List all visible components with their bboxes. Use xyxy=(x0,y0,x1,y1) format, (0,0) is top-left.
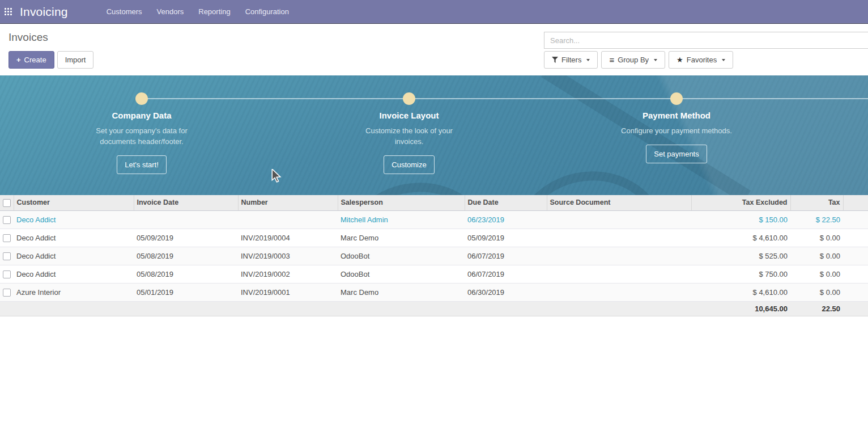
select-all-checkbox[interactable] xyxy=(3,199,11,207)
top-navbar: Invoicing Customers Vendors Reporting Co… xyxy=(0,0,868,24)
row-checkbox[interactable] xyxy=(3,216,11,224)
row-checkbox-cell xyxy=(0,210,14,229)
cell-invoice-date[interactable]: 05/08/2019 xyxy=(134,247,238,265)
cell-number[interactable]: INV/2019/0002 xyxy=(238,265,338,283)
page-title: Invoices xyxy=(8,31,48,44)
row-checkbox[interactable] xyxy=(3,270,11,278)
column-header-tax[interactable]: Tax xyxy=(790,195,843,210)
cell-tax[interactable]: $ 0.00 xyxy=(790,283,843,301)
control-panel: Invoices + Create Import Filters ≡ xyxy=(0,24,868,75)
column-header-invoice-date[interactable]: Invoice Date xyxy=(134,195,238,210)
cell-due-date[interactable]: 06/30/2019 xyxy=(465,283,547,301)
total-tax: 22.50 xyxy=(790,301,843,316)
cell-salesperson[interactable]: Marc Demo xyxy=(338,283,465,301)
column-header-due-date[interactable]: Due Date xyxy=(465,195,547,210)
row-checkbox[interactable] xyxy=(3,289,11,297)
cell-customer[interactable]: Deco Addict xyxy=(14,247,134,265)
app-brand-invoicing[interactable]: Invoicing xyxy=(20,5,68,19)
nav-item-reporting[interactable]: Reporting xyxy=(191,0,237,24)
cell-invoice-date[interactable] xyxy=(134,210,238,229)
nav-item-customers[interactable]: Customers xyxy=(99,0,150,24)
column-header-customer[interactable]: Customer xyxy=(14,195,134,210)
cell-number[interactable]: INV/2019/0003 xyxy=(238,247,338,265)
cell-customer[interactable]: Deco Addict xyxy=(14,210,134,229)
totals-empty xyxy=(338,301,465,316)
cell-customer[interactable]: Deco Addict xyxy=(14,265,134,283)
cell-customer[interactable]: Azure Interior xyxy=(14,283,134,301)
cell-invoice-date[interactable]: 05/01/2019 xyxy=(134,283,238,301)
step-description: Set your company's data for documents he… xyxy=(84,125,200,147)
filters-dropdown[interactable]: Filters xyxy=(544,51,598,69)
cell-filler xyxy=(843,283,868,301)
cell-salesperson[interactable]: OdooBot xyxy=(338,247,465,265)
favorites-label: Favorites xyxy=(687,56,717,64)
cell-due-date[interactable]: 06/07/2019 xyxy=(465,265,547,283)
lets-start-button[interactable]: Let's start! xyxy=(117,155,167,174)
row-checkbox[interactable] xyxy=(3,234,11,242)
row-checkbox-cell xyxy=(0,229,14,247)
search-input[interactable] xyxy=(544,32,868,49)
step-title: Company Data xyxy=(57,111,227,120)
cell-tax-excluded[interactable]: $ 750.00 xyxy=(691,265,790,283)
step-description: Customize the look of your invoices. xyxy=(351,125,467,147)
cell-number[interactable]: INV/2019/0001 xyxy=(238,283,338,301)
cell-due-date[interactable]: 06/07/2019 xyxy=(465,247,547,265)
cell-tax-excluded[interactable]: $ 150.00 xyxy=(691,210,790,229)
cell-salesperson[interactable]: OdooBot xyxy=(338,265,465,283)
select-all-checkbox-cell xyxy=(0,195,14,210)
cell-source-document[interactable] xyxy=(547,265,691,283)
set-payments-button[interactable]: Set payments xyxy=(646,145,707,163)
cell-source-document[interactable] xyxy=(547,247,691,265)
nav-item-configuration[interactable]: Configuration xyxy=(238,0,296,24)
cell-invoice-date[interactable]: 05/09/2019 xyxy=(134,229,238,247)
group-by-dropdown[interactable]: ≡ Group By xyxy=(601,51,665,69)
column-header-filler xyxy=(843,195,868,210)
step-dot-company-data xyxy=(135,92,148,105)
column-header-tax-excluded[interactable]: Tax Excluded xyxy=(691,195,790,210)
step-title: Invoice Layout xyxy=(324,111,494,120)
customize-button[interactable]: Customize xyxy=(384,155,434,174)
cell-filler xyxy=(843,229,868,247)
invoice-row[interactable]: Azure Interior 05/01/2019 INV/2019/0001 … xyxy=(0,283,868,301)
step-description: Configure your payment methods. xyxy=(600,125,753,136)
invoice-row[interactable]: Deco Addict Mitchell Admin 06/23/2019 $ … xyxy=(0,210,868,229)
invoice-row[interactable]: Deco Addict 05/09/2019 INV/2019/0004 Mar… xyxy=(0,229,868,247)
import-button[interactable]: Import xyxy=(57,51,94,69)
nav-item-vendors[interactable]: Vendors xyxy=(150,0,192,24)
search-bar xyxy=(544,32,868,49)
invoice-row[interactable]: Deco Addict 05/08/2019 INV/2019/0003 Odo… xyxy=(0,247,868,265)
cell-number[interactable] xyxy=(238,210,338,229)
create-button[interactable]: + Create xyxy=(8,51,54,69)
cell-tax-excluded[interactable]: $ 4,610.00 xyxy=(691,229,790,247)
column-header-number[interactable]: Number xyxy=(238,195,338,210)
cell-salesperson[interactable]: Mitchell Admin xyxy=(338,210,465,229)
cell-tax[interactable]: $ 0.00 xyxy=(790,229,843,247)
column-header-source-document[interactable]: Source Document xyxy=(547,195,691,210)
cell-tax-excluded[interactable]: $ 4,610.00 xyxy=(691,283,790,301)
row-checkbox-cell xyxy=(0,265,14,283)
cell-due-date[interactable]: 05/09/2019 xyxy=(465,229,547,247)
row-checkbox[interactable] xyxy=(3,252,11,260)
cell-source-document[interactable] xyxy=(547,283,691,301)
cell-filler xyxy=(843,265,868,283)
group-by-label: Group By xyxy=(618,56,649,64)
cell-filler xyxy=(843,247,868,265)
apps-grid-icon[interactable] xyxy=(5,8,12,15)
favorites-dropdown[interactable]: ★ Favorites xyxy=(669,51,733,69)
invoice-row[interactable]: Deco Addict 05/08/2019 INV/2019/0002 Odo… xyxy=(0,265,868,283)
cell-tax[interactable]: $ 22.50 xyxy=(790,210,843,229)
cell-tax-excluded[interactable]: $ 525.00 xyxy=(691,247,790,265)
totals-empty xyxy=(0,301,14,316)
column-header-salesperson[interactable]: Salesperson xyxy=(338,195,465,210)
onboarding-step-company-data: Company Data Set your company's data for… xyxy=(57,111,227,174)
cell-tax[interactable]: $ 0.00 xyxy=(790,265,843,283)
cell-due-date[interactable]: 06/23/2019 xyxy=(465,210,547,229)
cell-salesperson[interactable]: Marc Demo xyxy=(338,229,465,247)
cell-invoice-date[interactable]: 05/08/2019 xyxy=(134,265,238,283)
cell-customer[interactable]: Deco Addict xyxy=(14,229,134,247)
cell-source-document[interactable] xyxy=(547,229,691,247)
cell-tax[interactable]: $ 0.00 xyxy=(790,247,843,265)
cell-number[interactable]: INV/2019/0004 xyxy=(238,229,338,247)
create-button-label: Create xyxy=(24,56,46,64)
cell-source-document[interactable] xyxy=(547,210,691,229)
